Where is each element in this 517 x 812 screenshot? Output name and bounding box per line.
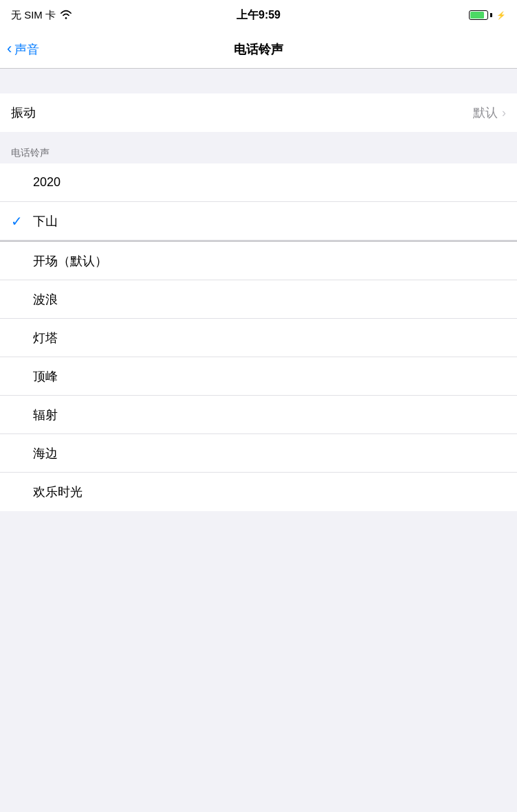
vibration-value: 默认 <box>473 104 498 121</box>
page-title: 电话铃声 <box>234 41 283 58</box>
ringtone-name-haibian: 海边 <box>33 445 58 462</box>
ringtone-name-dengta: 灯塔 <box>33 330 58 346</box>
battery-icon <box>469 10 492 20</box>
wifi-icon <box>60 10 72 21</box>
vibration-label: 振动 <box>11 104 473 121</box>
ringtone-row-xiashang[interactable]: ✓ 下山 <box>0 202 517 240</box>
ringtone-row-kaichang[interactable]: ✓ 开场（默认） <box>0 242 517 280</box>
check-icon-fushe: ✓ <box>11 407 33 423</box>
status-carrier: 无 SIM 卡 <box>11 9 72 22</box>
bolt-icon: ⚡ <box>496 11 506 20</box>
ringtone-name-2020: 2020 <box>33 175 60 190</box>
check-icon-dingfeng: ✓ <box>11 368 33 385</box>
ringtone-row-2020[interactable]: ✓ 2020 <box>0 163 517 202</box>
chevron-left-icon: ‹ <box>7 41 12 56</box>
check-icon-2020: ✓ <box>11 174 33 191</box>
check-icon-huanleshiguang: ✓ <box>11 484 33 500</box>
ringtone-row-huanleshiguang[interactable]: ✓ 欢乐时光 <box>0 473 517 511</box>
back-label: 声音 <box>14 41 39 58</box>
status-time: 上午9:59 <box>236 8 280 23</box>
ringtone-row-bolang[interactable]: ✓ 波浪 <box>0 280 517 319</box>
ringtone-name-xiashang: 下山 <box>33 213 58 229</box>
ringtone-name-kaichang: 开场（默认） <box>33 253 107 269</box>
vibration-chevron-icon: › <box>502 106 506 120</box>
ringtone-name-dingfeng: 顶峰 <box>33 368 58 385</box>
check-icon-xiashang: ✓ <box>11 213 33 229</box>
section-header: 电话铃声 <box>0 132 517 163</box>
ringtone-name-fushe: 辐射 <box>33 407 58 423</box>
ringtone-name-huanleshiguang: 欢乐时光 <box>33 484 82 500</box>
vibration-row[interactable]: 振动 默认 › <box>0 93 517 132</box>
ringtone-name-bolang: 波浪 <box>33 291 58 308</box>
back-button[interactable]: ‹ 声音 <box>7 41 39 58</box>
check-icon-haibian: ✓ <box>11 445 33 462</box>
check-icon-bolang: ✓ <box>11 291 33 308</box>
check-icon-dengta: ✓ <box>11 330 33 346</box>
ringtone-row-fushe[interactable]: ✓ 辐射 <box>0 396 517 434</box>
ringtone-row-haibian[interactable]: ✓ 海边 <box>0 434 517 473</box>
vibration-group: 振动 默认 › <box>0 93 517 132</box>
nav-bar: ‹ 声音 电话铃声 <box>0 30 517 69</box>
ringtone-row-dengta[interactable]: ✓ 灯塔 <box>0 319 517 357</box>
ringtone-row-dingfeng[interactable]: ✓ 顶峰 <box>0 357 517 396</box>
section-header-text: 电话铃声 <box>11 147 50 159</box>
section-gap-top <box>0 69 517 93</box>
status-bar: 无 SIM 卡 上午9:59 ⚡ <box>0 0 517 30</box>
status-battery: ⚡ <box>469 10 506 20</box>
ringtone-list: ✓ 2020 ✓ 下山 ✓ 开场（默认） ✓ 波浪 ✓ 灯塔 ✓ 顶峰 ✓ 辐射… <box>0 163 517 511</box>
check-icon-kaichang: ✓ <box>11 253 33 269</box>
